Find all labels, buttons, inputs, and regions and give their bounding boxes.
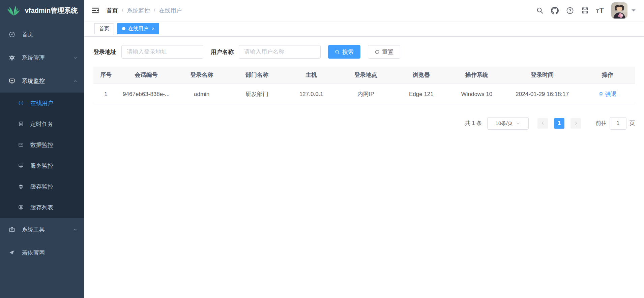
top-navbar: 首页 / 系统监控 / 在线用户 xyxy=(84,0,644,21)
page-content: 登录地址 用户名称 搜索 重置 xyxy=(84,37,644,298)
filter-form: 登录地址 用户名称 搜索 重置 xyxy=(93,45,635,59)
app-title: vfadmin管理系统 xyxy=(25,6,78,15)
page-number-1[interactable]: 1 xyxy=(554,118,564,129)
caret-down-icon xyxy=(632,9,636,13)
tags-view-bar: 首页 在线用户 × xyxy=(84,21,644,37)
sidebar-item-cache-monitor[interactable]: 缓存监控 xyxy=(0,176,84,197)
sidebar-item-label: 首页 xyxy=(22,31,33,38)
sidebar-fold-icon[interactable] xyxy=(91,6,100,15)
col-session-id: 会话编号 xyxy=(118,67,174,84)
search-button[interactable]: 搜索 xyxy=(328,45,360,59)
monitor-submenu: 在线用户 定时任务 数据监控 xyxy=(0,93,84,218)
cell-host: 127.0.0.1 xyxy=(285,84,338,105)
user-name-label: 用户名称 xyxy=(211,48,234,56)
breadcrumb-monitor: 系统监控 xyxy=(127,7,150,14)
sidebar-item-label: 系统监控 xyxy=(22,77,45,85)
sidebar-item-label: 系统工具 xyxy=(22,226,45,233)
briefcase-icon xyxy=(9,226,15,233)
font-size-button[interactable]: TT xyxy=(592,6,608,15)
app-logo[interactable]: vfadmin管理系统 xyxy=(0,0,84,21)
fullscreen-button[interactable] xyxy=(578,7,592,14)
job-clock-icon xyxy=(18,121,24,127)
chevron-down-icon xyxy=(516,121,520,126)
col-login-name: 登录名称 xyxy=(174,67,229,84)
sidebar-item-cache-list[interactable]: 缓存列表 xyxy=(0,197,84,218)
refresh-icon xyxy=(375,49,380,55)
navbar-actions: TT xyxy=(532,2,636,19)
reset-button-label: 重置 xyxy=(382,48,393,56)
col-dept-name: 部门名称 xyxy=(229,67,285,84)
breadcrumb: 首页 / 系统监控 / 在线用户 xyxy=(107,7,182,14)
cell-browser: Edge 121 xyxy=(393,84,449,105)
cell-index: 1 xyxy=(93,84,118,105)
cache-layers-icon xyxy=(18,184,24,189)
gear-icon xyxy=(9,55,15,61)
breadcrumb-separator: / xyxy=(122,7,123,14)
server-monitor-icon xyxy=(18,163,24,168)
sidebar-item-server-monitor[interactable]: 服务监控 xyxy=(0,155,84,176)
cell-login-location: 内网IP xyxy=(338,84,393,105)
cell-os: Windows 10 xyxy=(449,84,504,105)
main-area: 首页 / 系统监控 / 在线用户 xyxy=(84,0,644,298)
tag-online-users[interactable]: 在线用户 × xyxy=(117,23,159,34)
header-search-button[interactable] xyxy=(532,7,547,14)
prev-page-button[interactable] xyxy=(537,118,548,129)
plant-logo-icon xyxy=(7,5,21,16)
pagination-total: 共 1 条 xyxy=(465,120,482,127)
cell-dept-name: 研发部门 xyxy=(229,84,285,105)
avatar[interactable] xyxy=(611,2,627,19)
page-unit-label: 页 xyxy=(630,120,635,127)
next-page-button[interactable] xyxy=(570,118,581,129)
tag-label: 首页 xyxy=(99,26,109,32)
col-index: 序号 xyxy=(93,67,118,84)
sidebar-item-label: 若依官网 xyxy=(22,249,45,257)
login-address-input[interactable] xyxy=(121,45,203,59)
cell-session-id: 9467eb63-838e-... xyxy=(118,84,174,105)
paper-plane-icon xyxy=(9,250,15,256)
table-header: 序号 会话编号 登录名称 部门名称 主机 登录地点 浏览器 操作系统 登录时间 … xyxy=(93,67,635,84)
col-os: 操作系统 xyxy=(449,67,504,84)
pagination: 共 1 条 10条/页 1 前往 页 xyxy=(93,117,635,130)
sidebar-item-home[interactable]: 首页 xyxy=(0,23,84,46)
github-link-button[interactable] xyxy=(547,7,562,14)
col-browser: 浏览器 xyxy=(393,67,449,84)
sidebar-item-official-site[interactable]: 若依官网 xyxy=(0,241,84,264)
col-login-location: 登录地点 xyxy=(338,67,393,84)
chevron-left-icon xyxy=(540,121,545,126)
force-logout-button[interactable]: 强退 xyxy=(598,90,617,98)
chevron-down-icon xyxy=(73,227,78,232)
page-size-value: 10条/页 xyxy=(496,120,513,127)
tag-close-icon[interactable]: × xyxy=(152,26,154,31)
sidebar-item-label: 缓存列表 xyxy=(30,204,53,211)
sidebar-item-online-users[interactable]: 在线用户 xyxy=(0,93,84,113)
sidebar-item-label: 数据监控 xyxy=(30,141,53,149)
sidebar-item-monitor[interactable]: 系统监控 xyxy=(0,69,84,93)
sidebar-item-system[interactable]: 系统管理 xyxy=(0,46,84,69)
sidebar-item-label: 系统管理 xyxy=(22,54,45,62)
sidebar-item-data-monitor[interactable]: 数据监控 xyxy=(0,134,84,155)
chevron-down-icon xyxy=(73,56,78,60)
user-menu[interactable] xyxy=(611,2,636,19)
tag-home[interactable]: 首页 xyxy=(94,23,114,34)
table-row: 1 9467eb63-838e-... admin 研发部门 127.0.0.1… xyxy=(93,84,635,105)
goto-page-input[interactable] xyxy=(610,117,626,130)
active-dot xyxy=(122,27,125,30)
force-logout-label: 强退 xyxy=(605,90,617,98)
github-icon xyxy=(551,7,559,14)
cache-list-icon xyxy=(18,205,24,210)
online-broadcast-icon xyxy=(18,100,24,106)
chevron-up-icon xyxy=(73,79,78,84)
user-name-input[interactable] xyxy=(239,45,321,59)
sidebar-item-label: 缓存监控 xyxy=(30,183,53,191)
sidebar-item-label: 在线用户 xyxy=(30,99,53,107)
page-size-select[interactable]: 10条/页 xyxy=(487,117,529,130)
data-wave-icon xyxy=(18,142,24,147)
help-doc-button[interactable] xyxy=(562,7,578,14)
sidebar-item-scheduled-jobs[interactable]: 定时任务 xyxy=(0,113,84,134)
reset-button[interactable]: 重置 xyxy=(368,45,400,59)
sidebar-item-label: 服务监控 xyxy=(30,162,53,170)
sidebar-item-tools[interactable]: 系统工具 xyxy=(0,218,84,241)
sidebar-menu: 首页 系统管理 xyxy=(0,23,84,264)
small-t-glyph: T xyxy=(596,8,599,14)
breadcrumb-home[interactable]: 首页 xyxy=(107,7,118,14)
